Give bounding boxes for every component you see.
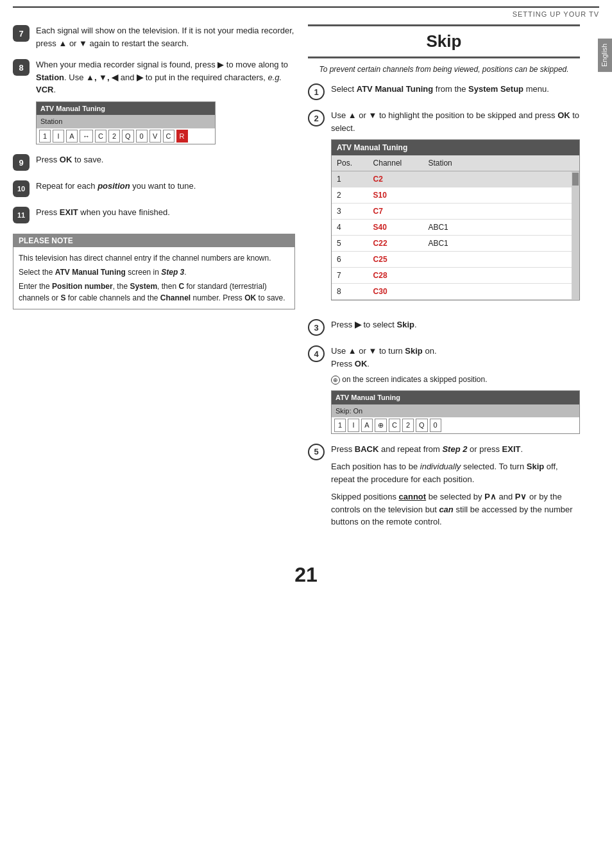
- english-tab: English: [598, 39, 612, 72]
- right-column: Skip To prevent certain channels from be…: [308, 24, 599, 537]
- atv-table-title: ATV Manual Tuning: [332, 140, 579, 155]
- atv-col-scroll: [572, 155, 579, 171]
- right-step-badge-1: 1: [308, 83, 325, 100]
- step-content-10: Repeat for each position you want to tun…: [36, 180, 295, 193]
- step-badge-10: 10: [13, 180, 30, 197]
- skip-circle-icon: ⊕: [331, 376, 340, 385]
- atv-cell-5: C: [95, 130, 106, 143]
- right-step-content-4: Use ▲ or ▼ to turn Skip on. Press OK. ⊕ …: [331, 345, 580, 434]
- table-row: 6 C25: [332, 252, 579, 268]
- atv-cell-4: ↔: [80, 130, 93, 143]
- scroll-bar: [572, 171, 579, 300]
- table-row: 5 C22 ABC1: [332, 236, 579, 252]
- channel-cell: S10: [368, 187, 423, 204]
- right-step-content-1: Select ATV Manual Tuning from the System…: [331, 83, 580, 96]
- atv-skip-screen: ATV Manual Tuning Skip: On 1 I A ⊕ C 2 Q…: [331, 390, 580, 434]
- right-step-3: 3 Press ▶ to select Skip.: [308, 318, 580, 336]
- pos-cell: 3: [332, 204, 368, 220]
- table-row: 3 C7: [332, 204, 579, 220]
- atv-screen-row: 1 I A ↔ C 2 Q 0 V C R: [37, 128, 215, 144]
- table-row: 8 C30: [332, 284, 579, 300]
- skip-cell-2: I: [348, 419, 359, 432]
- station-cell: [423, 268, 572, 284]
- skip-cell-3: A: [361, 419, 373, 432]
- atv-skip-subtitle: Skip: On: [332, 404, 579, 418]
- pos-cell: 2: [332, 187, 368, 204]
- right-step-badge-5: 5: [308, 444, 325, 460]
- please-note-box: PLEASE NOTE This television has direct c…: [13, 234, 295, 309]
- skip-indicator-note: ⊕ on the screen indicates a skipped posi…: [331, 374, 580, 385]
- step-content-9: Press OK to save.: [36, 153, 295, 166]
- arrow-down-icon: [79, 39, 87, 48]
- table-row: 2 S10: [332, 187, 579, 204]
- skip-title: Skip: [308, 24, 580, 58]
- step-9: 9 Press OK to save.: [13, 153, 295, 171]
- skip-cell-5: C: [389, 419, 400, 432]
- step-10: 10 Repeat for each position you want to …: [13, 180, 295, 197]
- step-content-8: When your media recorder signal is found…: [36, 58, 295, 144]
- channel-cell: C28: [368, 268, 423, 284]
- atv-cell-6: 2: [108, 130, 120, 143]
- step-badge-11: 11: [13, 207, 30, 223]
- station-cell: [423, 284, 572, 300]
- channel-cell: C25: [368, 252, 423, 268]
- arrow-right-icon-8: [217, 60, 224, 69]
- atv-cell-8: 0: [136, 130, 148, 143]
- please-note-body: This television has direct channel entry…: [13, 247, 294, 309]
- skip-cell-1: 1: [334, 419, 346, 432]
- right-step-2: 2 Use ▲ or ▼ to highlight the position t…: [308, 109, 580, 309]
- atv-table-header-row: Pos. Channel Station: [332, 155, 579, 171]
- atv-cell-2: I: [53, 130, 64, 143]
- atv-col-pos: Pos.: [332, 155, 368, 171]
- table-row: 4 S40 ABC1: [332, 220, 579, 236]
- step-11: 11 Press EXIT when you have finished.: [13, 206, 295, 223]
- atv-cell-10: C: [163, 130, 174, 143]
- atv-table-data: Pos. Channel Station 1 C2: [332, 155, 579, 300]
- station-cell: ABC1: [423, 220, 572, 236]
- step5-extra-1: Each position has to be individually sel…: [331, 460, 580, 485]
- channel-cell: C22: [368, 236, 423, 252]
- page-number: 21: [0, 563, 612, 587]
- atv-table-body: 1 C2 2 S10: [332, 171, 579, 300]
- atv-col-channel: Channel: [368, 155, 423, 171]
- right-step-badge-2: 2: [308, 110, 325, 126]
- pos-cell: 6: [332, 252, 368, 268]
- main-layout: 7 Each signal will show on the televisio…: [0, 18, 612, 550]
- pos-cell: 5: [332, 236, 368, 252]
- right-step-content-5: Press BACK and repeat from Step 2 or pre…: [331, 443, 580, 528]
- right-step-content-3: Press ▶ to select Skip.: [331, 318, 580, 331]
- atv-screen-step8: ATV Manual Tuning Station 1 I A ↔ C 2 Q …: [36, 101, 216, 145]
- step-7: 7 Each signal will show on the televisio…: [13, 24, 295, 49]
- atv-col-station: Station: [423, 155, 572, 171]
- please-note-header: PLEASE NOTE: [13, 234, 294, 247]
- atv-skip-title: ATV Manual Tuning: [332, 391, 579, 404]
- pos-cell: 7: [332, 268, 368, 284]
- skip-subtitle: To prevent certain channels from being v…: [308, 65, 580, 74]
- step-content-11: Press EXIT when you have finished.: [36, 206, 295, 219]
- atv-cell-9: V: [149, 130, 161, 143]
- right-step-badge-3: 3: [308, 319, 325, 336]
- atv-cell-1: 1: [39, 130, 51, 143]
- header-setting-label: SETTING UP YOUR TV: [0, 8, 612, 18]
- step-badge-7: 7: [13, 25, 30, 42]
- step-8: 8 When your media recorder signal is fou…: [13, 58, 295, 144]
- please-note-line-2: Select the ATV Manual Tuning screen in S…: [19, 266, 289, 278]
- skip-cell-4: ⊕: [375, 419, 387, 432]
- atv-screen-title: ATV Manual Tuning: [37, 102, 215, 116]
- atv-skip-row: 1 I A ⊕ C 2 Q 0: [332, 417, 579, 433]
- atv-cell-7: Q: [122, 130, 134, 143]
- please-note-line-1: This television has direct channel entry…: [19, 252, 289, 264]
- atv-screen-subtitle: Station: [37, 115, 215, 128]
- station-cell: [423, 204, 572, 220]
- station-cell: [423, 252, 572, 268]
- left-column: 7 Each signal will show on the televisio…: [13, 24, 295, 537]
- right-step-1: 1 Select ATV Manual Tuning from the Syst…: [308, 83, 580, 100]
- step5-extra-2: Skipped positions cannot be selected by …: [331, 490, 580, 528]
- right-step-4: 4 Use ▲ or ▼ to turn Skip on. Press OK. …: [308, 345, 580, 434]
- atv-cell-11: R: [176, 130, 188, 143]
- skip-cell-6: 2: [402, 419, 414, 432]
- pos-cell: 4: [332, 220, 368, 236]
- skip-cell-8: 0: [430, 419, 441, 432]
- arrow-up-icon: [58, 39, 67, 48]
- pos-cell: 1: [332, 171, 368, 187]
